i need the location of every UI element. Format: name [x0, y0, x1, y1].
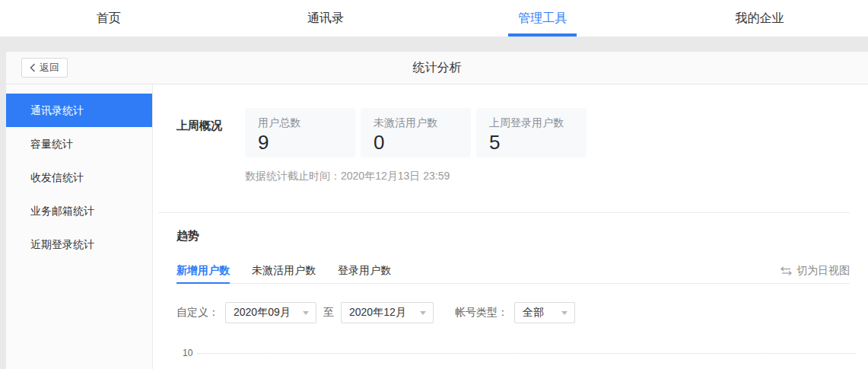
nav-tab-contacts[interactable]: 通讯录: [217, 0, 434, 37]
swap-arrows-icon: [781, 266, 792, 275]
account-type-label: 帐号类型：: [455, 306, 508, 320]
stat-cards: 用户总数 9 未激活用户数 0 上周登录用户数 5: [245, 108, 587, 157]
sidebar-item-contacts-stats[interactable]: 通讯录统计: [6, 94, 152, 127]
caret-down-icon: [561, 311, 568, 315]
panel-header: 返回 统计分析: [6, 52, 868, 84]
chart-tick-row: 10: [183, 348, 850, 358]
stat-card-label: 用户总数: [258, 116, 355, 130]
custom-range-label: 自定义：: [176, 306, 219, 320]
tab-inactive-users[interactable]: 未激活用户数: [252, 259, 316, 283]
stat-card-value: 9: [258, 132, 355, 154]
caret-down-icon: [420, 311, 426, 315]
page-title: 统计分析: [6, 60, 868, 76]
stat-card-label: 上周登录用户数: [489, 116, 587, 130]
stat-card-total-users: 用户总数 9: [245, 108, 355, 157]
sidebar-item-recent-login-stats[interactable]: 近期登录统计: [6, 227, 152, 261]
data-cutoff-note: 数据统计截止时间：2020年12月13日 23:59: [245, 170, 850, 183]
nav-tab-admin-tools[interactable]: 管理工具: [434, 0, 651, 37]
nav-tab-home[interactable]: 首页: [0, 0, 217, 37]
sidebar-item-label: 业务邮箱统计: [30, 205, 94, 217]
sidebar-item-label: 收发信统计: [30, 171, 84, 183]
chevron-left-icon: [30, 63, 36, 72]
tab-new-users[interactable]: 新增用户数: [176, 259, 230, 283]
back-button[interactable]: 返回: [21, 58, 68, 78]
section-divider: [158, 212, 850, 213]
trend-tabs-row: 新增用户数 未激活用户数 登录用户数 切为日视图: [176, 259, 850, 284]
start-month-select[interactable]: 2020年09月: [225, 302, 316, 323]
sidebar-item-label: 容量统计: [30, 138, 73, 150]
range-to-label: 至: [323, 306, 334, 320]
stat-card-value: 0: [374, 132, 471, 154]
stat-card-value: 5: [489, 132, 587, 154]
y-axis-tick: 10: [183, 348, 192, 358]
sidebar-item-capacity-stats[interactable]: 容量统计: [6, 127, 152, 161]
back-button-label: 返回: [40, 61, 59, 75]
nav-tab-label: 通讯录: [307, 11, 344, 27]
stat-card-last-week-login-users: 上周登录用户数 5: [476, 108, 587, 157]
sidebar-item-label: 通讯录统计: [30, 104, 84, 116]
trend-filters: 自定义： 2020年09月 至 2020年12月 帐号类型： 全部: [176, 302, 850, 323]
nav-tab-label: 管理工具: [518, 11, 567, 27]
caret-down-icon: [303, 311, 309, 315]
top-nav: 首页 通讯录 管理工具 我的企业: [0, 0, 868, 37]
sidebar-item-business-mailbox-stats[interactable]: 业务邮箱统计: [6, 194, 152, 227]
overview-section: 上周概况 用户总数 9 未激活用户数 0 上周登录用户数 5: [176, 108, 850, 157]
panel-body: 通讯录统计 容量统计 收发信统计 业务邮箱统计 近期登录统计 上周概况: [6, 84, 868, 369]
stats-panel: 返回 统计分析 通讯录统计 容量统计 收发信统计 业务邮箱统计 近期登录统计: [6, 52, 868, 369]
active-tab-underline: [508, 33, 577, 37]
trend-section-title: 趋势: [176, 229, 850, 243]
tab-label: 新增用户数: [176, 264, 230, 278]
stat-card-inactive-users: 未激活用户数 0: [361, 108, 471, 157]
start-month-value: 2020年09月: [234, 306, 291, 320]
sidebar: 通讯录统计 容量统计 收发信统计 业务邮箱统计 近期登录统计: [6, 84, 153, 369]
account-type-select[interactable]: 全部: [514, 302, 575, 323]
nav-tab-my-company[interactable]: 我的企业: [651, 0, 868, 37]
end-month-value: 2020年12月: [349, 306, 406, 320]
nav-tab-label: 首页: [97, 11, 121, 27]
trend-chart: 10: [176, 348, 850, 358]
switch-to-day-view-button[interactable]: 切为日视图: [781, 264, 850, 278]
tab-label: 登录用户数: [338, 264, 391, 278]
stat-card-label: 未激活用户数: [374, 116, 471, 130]
sidebar-item-label: 近期登录统计: [30, 238, 94, 250]
main-content: 上周概况 用户总数 9 未激活用户数 0 上周登录用户数 5: [153, 84, 868, 369]
tab-login-users[interactable]: 登录用户数: [338, 259, 391, 283]
overview-section-title: 上周概况: [176, 108, 245, 157]
sidebar-item-mail-send-receive-stats[interactable]: 收发信统计: [6, 161, 152, 194]
tab-label: 未激活用户数: [252, 264, 316, 278]
account-type-value: 全部: [523, 306, 544, 320]
end-month-select[interactable]: 2020年12月: [341, 302, 434, 323]
view-toggle-label: 切为日视图: [796, 264, 850, 278]
chart-gridline: [197, 353, 856, 354]
nav-tab-label: 我的企业: [735, 11, 784, 27]
